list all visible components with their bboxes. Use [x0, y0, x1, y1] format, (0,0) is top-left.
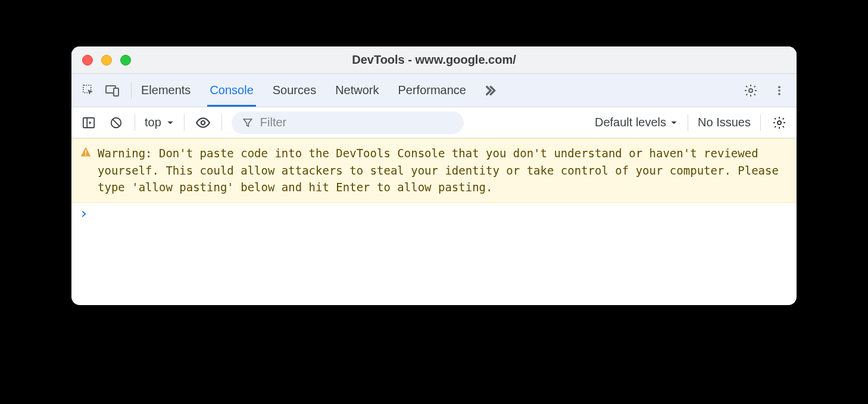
context-label: top: [145, 116, 161, 129]
svg-rect-13: [85, 150, 86, 154]
execution-context-selector[interactable]: top: [145, 116, 174, 129]
window-title: DevTools - www.google.com/: [71, 53, 797, 67]
filter-icon: [242, 117, 253, 128]
tab-elements[interactable]: Elements: [141, 74, 191, 107]
console-prompt[interactable]: [71, 203, 797, 225]
levels-label: Default levels: [595, 116, 666, 129]
console-body: Warning: Don't paste code into the DevTo…: [71, 138, 797, 305]
inspect-element-icon[interactable]: [80, 82, 98, 100]
more-tabs-icon[interactable]: [480, 82, 498, 100]
filter-input[interactable]: [260, 116, 453, 129]
divider: [688, 114, 688, 131]
live-expression-icon[interactable]: [194, 114, 212, 132]
console-settings-icon[interactable]: [770, 114, 788, 132]
divider: [184, 114, 185, 131]
svg-point-12: [778, 121, 781, 125]
clear-console-icon[interactable]: [107, 114, 125, 132]
tab-network[interactable]: Network: [335, 74, 379, 107]
svg-point-4: [778, 86, 780, 88]
device-toolbar-icon[interactable]: [104, 82, 121, 100]
divider: [135, 114, 135, 131]
main-tabstrip: Elements Console Sources Network Perform…: [71, 74, 797, 107]
tabs: Elements Console Sources Network Perform…: [141, 74, 466, 107]
warning-text: Warning: Don't paste code into the DevTo…: [98, 145, 788, 196]
divider: [131, 82, 132, 99]
divider: [221, 114, 222, 131]
warning-icon: [80, 146, 92, 196]
issues-button[interactable]: No Issues: [698, 116, 751, 129]
chevron-down-icon: [670, 119, 678, 127]
svg-point-11: [201, 120, 205, 125]
settings-icon[interactable]: [742, 82, 760, 100]
svg-line-10: [113, 119, 120, 126]
toggle-drawer-icon[interactable]: [80, 114, 98, 132]
svg-point-6: [778, 93, 780, 95]
minimize-window-button[interactable]: [101, 55, 112, 66]
tab-sources[interactable]: Sources: [273, 74, 316, 107]
devtools-window: DevTools - www.google.com/ Elements Cons…: [71, 46, 797, 305]
svg-rect-7: [83, 117, 94, 128]
chevron-down-icon: [166, 119, 174, 127]
svg-rect-14: [85, 154, 86, 156]
titlebar: DevTools - www.google.com/: [71, 46, 797, 74]
divider: [760, 114, 761, 131]
svg-rect-2: [114, 88, 118, 96]
console-warning-row: Warning: Don't paste code into the DevTo…: [71, 138, 797, 203]
svg-point-5: [778, 89, 780, 92]
tab-console[interactable]: Console: [210, 74, 253, 107]
filter-box[interactable]: [232, 111, 464, 134]
prompt-chevron-icon: [80, 210, 88, 218]
log-levels-selector[interactable]: Default levels: [595, 116, 678, 129]
maximize-window-button[interactable]: [120, 55, 131, 66]
close-window-button[interactable]: [82, 55, 93, 66]
console-toolbar: top Default levels No Issues: [71, 107, 797, 138]
kebab-menu-icon[interactable]: [770, 82, 788, 100]
tab-performance[interactable]: Performance: [398, 74, 467, 107]
svg-point-3: [749, 89, 753, 92]
window-controls: [82, 55, 131, 66]
